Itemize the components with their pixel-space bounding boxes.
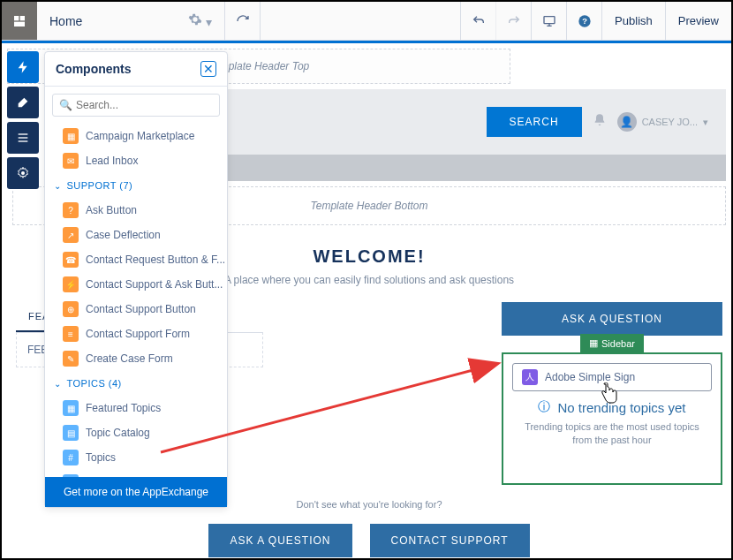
rail-brush-icon[interactable] [7, 87, 39, 118]
refresh-icon[interactable] [225, 2, 261, 40]
svg-rect-7 [19, 137, 28, 138]
undo-icon[interactable] [460, 2, 495, 40]
search-button[interactable]: SEARCH [487, 107, 582, 137]
svg-rect-3 [544, 16, 555, 23]
cursor-pointer-icon [599, 382, 618, 410]
component-item[interactable]: ✉Lead Inbox [45, 148, 227, 173]
desktop-icon[interactable] [531, 2, 566, 40]
rail-settings-icon[interactable] [7, 157, 39, 189]
component-item[interactable]: #Topics [45, 445, 227, 470]
svg-rect-1 [20, 16, 25, 20]
preview-button[interactable]: Preview [665, 2, 731, 40]
component-item[interactable]: ☎Contact Request Button & F... [45, 247, 227, 272]
svg-point-9 [21, 171, 25, 175]
search-icon: 🔍 [59, 99, 72, 111]
left-rail [7, 51, 39, 189]
app-icon[interactable] [2, 2, 37, 40]
chevron-down-icon: ▾ [703, 117, 708, 128]
components-panel: Components ✕ 🔍 ▦Campaign Marketplace ✉Le… [44, 51, 228, 508]
grid-icon: ▦ [589, 337, 598, 349]
catalog-icon: ▤ [63, 425, 79, 441]
rail-list-icon[interactable] [7, 122, 39, 154]
publish-button[interactable]: Publish [601, 2, 665, 40]
component-item[interactable]: ⚡Contact Support & Ask Butt... [45, 272, 227, 297]
ask-question-button[interactable]: ASK A QUESTION [502, 302, 722, 336]
support-form-icon: ≡ [63, 326, 79, 342]
component-item[interactable]: ?Ask Button [45, 198, 227, 223]
nav-bar [228, 155, 726, 181]
header-banner: SEARCH 👤 CASEY JO... ▾ [228, 89, 726, 155]
gear-icon[interactable]: ▾ [188, 12, 212, 29]
ask-icon: ? [63, 202, 79, 218]
svg-rect-2 [14, 21, 25, 26]
top-toolbar: Home ▾ ? Publish Preview [2, 2, 731, 41]
avatar-icon: 👤 [617, 112, 637, 132]
trending-icon: ≡ [63, 474, 79, 477]
category-support[interactable]: ⌄SUPPORT (7) [45, 173, 227, 198]
svg-rect-8 [19, 140, 28, 141]
contact-support-button[interactable]: CONTACT SUPPORT [370, 524, 530, 557]
info-icon: ⓘ [538, 399, 550, 415]
create-case-icon: ✎ [63, 351, 79, 367]
marketplace-icon: ▦ [63, 128, 79, 144]
bell-icon[interactable] [593, 113, 607, 131]
redo-icon[interactable] [495, 2, 531, 40]
component-item[interactable]: ▤Topic Catalog [45, 420, 227, 445]
featured-icon: ▦ [63, 400, 79, 416]
breadcrumb-home[interactable]: Home ▾ [37, 2, 225, 40]
component-item[interactable]: ⊕Contact Support Button [45, 297, 227, 322]
component-item[interactable]: ✎Create Case Form [45, 346, 227, 371]
svg-text:?: ? [582, 17, 587, 26]
sidebar-region-label: ▦Sidebar [580, 334, 644, 352]
appexchange-link[interactable]: Get more on the AppExchange [45, 477, 227, 507]
rail-components-icon[interactable] [7, 51, 39, 83]
dragged-component-label: Adobe Simple Sign [545, 371, 635, 383]
component-item[interactable]: ▦Campaign Marketplace [45, 124, 227, 148]
inbox-icon: ✉ [63, 153, 79, 169]
panel-title: Components [56, 62, 132, 76]
component-item[interactable]: ≡Trending Topics [45, 470, 227, 477]
home-label: Home [49, 14, 82, 28]
ask-question-button-footer[interactable]: ASK A QUESTION [208, 524, 351, 557]
trending-subtitle: Trending topics are the most used topics… [518, 420, 707, 448]
close-icon[interactable]: ✕ [200, 61, 216, 77]
support-ask-icon: ⚡ [63, 276, 79, 292]
topics-icon: # [63, 450, 79, 465]
category-topics[interactable]: ⌄TOPICS (4) [45, 371, 227, 396]
contact-icon: ☎ [63, 252, 79, 268]
trending-title-text: No trending topics yet [557, 400, 685, 415]
help-icon[interactable]: ? [566, 2, 601, 40]
adobe-icon: 人 [522, 369, 538, 385]
component-item[interactable]: ≡Contact Support Form [45, 322, 227, 346]
chevron-down-icon: ⌄ [54, 181, 62, 191]
chevron-down-icon: ⌄ [54, 379, 62, 389]
svg-rect-0 [14, 16, 19, 20]
deflection-icon: ↗ [63, 227, 79, 243]
sidebar-drop-region[interactable]: 人 Adobe Simple Sign ⓘNo trending topics … [502, 352, 722, 485]
component-item[interactable]: ▦Featured Topics [45, 396, 227, 420]
user-menu[interactable]: 👤 CASEY JO... ▾ [617, 112, 708, 132]
user-name: CASEY JO... [642, 117, 698, 127]
component-item[interactable]: ↗Case Deflection [45, 223, 227, 247]
support-btn-icon: ⊕ [63, 301, 79, 317]
search-input[interactable] [52, 94, 220, 117]
svg-rect-6 [19, 133, 28, 134]
